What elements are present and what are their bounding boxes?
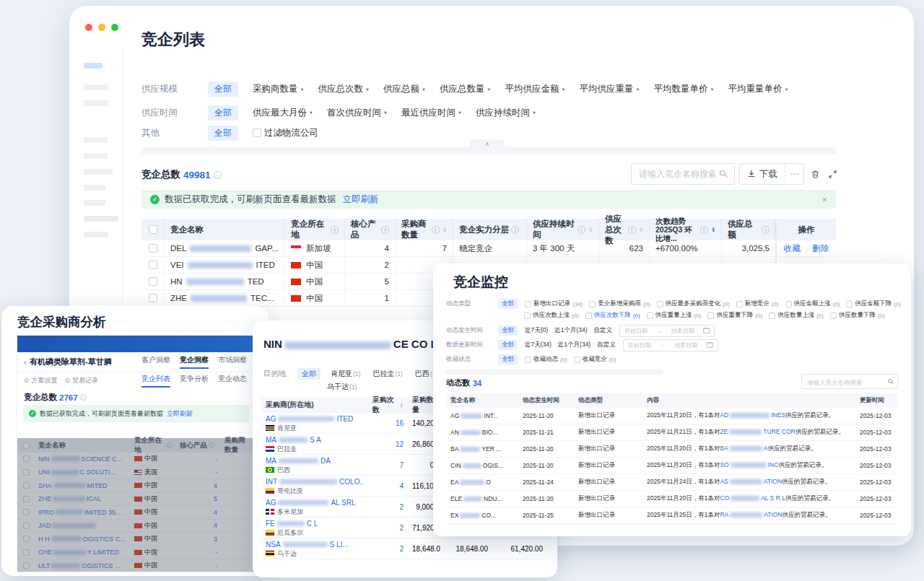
row-checkbox[interactable] — [149, 277, 157, 286]
row-checkbox[interactable] — [23, 549, 30, 556]
checkbox[interactable] — [524, 313, 531, 319]
type-checkbox-item[interactable]: 供应数量上涨(0) — [769, 311, 824, 320]
date-range-input[interactable]: 开始日期 → 结束日期 — [619, 325, 715, 337]
analysis-tab[interactable]: 竞企洞察 — [180, 355, 209, 369]
time-option[interactable]: 自定义 — [593, 326, 612, 335]
checkbox[interactable] — [574, 357, 580, 363]
type-checkbox-item[interactable]: 供应重量下降(0) — [707, 311, 762, 320]
competitor-name-link[interactable]: EXCO... — [446, 512, 518, 519]
type-checkbox-item[interactable]: 新增出口记录(34) — [525, 300, 583, 308]
filter-dropdown[interactable]: 供应最大月份▾ — [253, 107, 313, 119]
competitor-name-link[interactable]: VEIITED — [165, 257, 285, 273]
purchaser-name-link[interactable]: FEC L — [266, 519, 364, 528]
core-products-link[interactable]: 4 — [176, 520, 221, 533]
select-all-checkbox[interactable] — [149, 225, 157, 234]
filter-all-chip[interactable]: 全部 — [208, 82, 238, 97]
filter-dropdown[interactable]: 采购商数量▾ — [253, 83, 304, 95]
purchaser-name-link[interactable]: MAS A — [266, 435, 364, 445]
filter-dropdown[interactable]: 最近供应时间▾ — [401, 107, 461, 119]
core-products-link[interactable]: 5 — [176, 493, 221, 506]
competitor-name-link[interactable]: BAYER ... — [446, 445, 518, 453]
refresh-now-link[interactable]: 立即刷新 — [167, 409, 193, 419]
purchase-times-link[interactable]: 12 — [368, 440, 408, 448]
column-tier[interactable]: 竞企实力分层 — [459, 224, 509, 235]
competitor-name-link[interactable]: CINOGIS... — [446, 462, 518, 469]
column-name[interactable]: 竞企名称 — [170, 224, 204, 235]
type-checkbox-item[interactable]: 供应次数下降(0) — [585, 311, 640, 320]
checkbox[interactable] — [830, 313, 837, 319]
type-checkbox-item[interactable]: 供应次数上涨(0) — [524, 311, 579, 320]
core-products-link[interactable]: 4 — [345, 240, 396, 256]
sidebar-item[interactable] — [84, 200, 105, 206]
core-products-link[interactable]: 4 — [176, 506, 221, 519]
time-option[interactable]: 近7天(34) — [525, 341, 552, 349]
sort-icon[interactable]: ▲▼ — [640, 227, 643, 232]
collapse-toggle[interactable]: ∧ — [470, 139, 505, 148]
sidebar-item[interactable] — [84, 232, 108, 237]
column-times[interactable]: 采购次数▲▼ — [368, 397, 408, 413]
filter-all-chip[interactable]: 全部 — [498, 299, 518, 309]
column-amount[interactable]: 供应总额 — [728, 219, 759, 240]
filter-all-chip[interactable]: 全部 — [498, 340, 518, 350]
purchaser-name-link[interactable]: INTCOLO... — [266, 477, 364, 486]
type-checkbox-item[interactable]: 供应重量上涨(0) — [647, 311, 702, 320]
row-checkbox[interactable] — [23, 509, 30, 515]
filter-logistics-checkbox[interactable] — [253, 128, 261, 137]
filter-dropdown[interactable]: 首次供应时间▾ — [327, 107, 387, 119]
back-icon[interactable]: ‹ — [24, 357, 27, 367]
destination-option[interactable]: 乌干达(1) — [327, 382, 357, 392]
filter-dropdown[interactable]: 供应总额▾ — [383, 83, 425, 95]
refresh-now-link[interactable]: 立即刷新 — [343, 193, 379, 206]
checkbox[interactable] — [589, 301, 596, 307]
purchaser-name-link[interactable]: AGAL SRL — [266, 498, 364, 507]
sidebar-item-active[interactable] — [84, 63, 103, 69]
row-checkbox[interactable] — [23, 523, 30, 529]
filter-dropdown[interactable]: 供应总次数▾ — [318, 83, 370, 95]
checkbox[interactable] — [647, 313, 653, 319]
core-products-link[interactable]: 1 — [345, 290, 396, 306]
core-products-link[interactable]: 4 — [176, 479, 221, 492]
filter-all-chip[interactable]: 全部 — [208, 126, 238, 141]
type-checkbox-item[interactable]: 供应数量下降(0) — [830, 311, 885, 320]
column-trend-line1[interactable]: 次数趋势 — [655, 217, 698, 225]
column-place[interactable]: 竞企所在地 — [291, 219, 328, 240]
analysis-subtab[interactable]: 竞争分析 — [180, 374, 209, 388]
purchaser-name-link[interactable]: MADA — [266, 456, 364, 466]
search-icon[interactable] — [888, 379, 892, 383]
sidebar-item[interactable] — [84, 185, 105, 191]
competitor-name-link[interactable]: ANBIO... — [446, 429, 518, 436]
checkbox[interactable] — [585, 313, 592, 319]
checkbox[interactable] — [657, 301, 663, 307]
destination-option[interactable]: 巴拉圭(1) — [372, 369, 402, 379]
toolbar-item[interactable]: ⊙贸易记录 — [65, 376, 99, 385]
time-option[interactable]: 近7天(0) — [525, 326, 548, 335]
competitor-name-link[interactable]: EAO — [446, 479, 518, 486]
purchase-times-link[interactable]: 2 — [368, 503, 408, 511]
time-option[interactable]: 近1个月(34) — [554, 326, 587, 335]
date-range-input[interactable]: 开始日期 → 结束日期 — [623, 339, 718, 351]
competitor-name-link[interactable]: AGINT... — [446, 412, 518, 419]
filter-dropdown[interactable]: 平均供应重量▾ — [580, 83, 640, 95]
sidebar-item[interactable] — [84, 153, 108, 159]
filter-dropdown[interactable]: 平均数量单价▾ — [654, 83, 714, 95]
competitor-name-link[interactable]: SHAMITED — [35, 479, 131, 492]
core-products-link[interactable]: 2 — [345, 257, 396, 273]
checkbox[interactable] — [846, 301, 853, 307]
purchase-times-link[interactable]: 2 — [368, 545, 408, 553]
toolbar-item[interactable]: ⊙方案设置 — [24, 376, 58, 385]
sidebar-item[interactable] — [84, 216, 118, 222]
filter-all-chip[interactable]: 全部 — [498, 326, 518, 336]
row-checkbox[interactable] — [23, 536, 30, 542]
favorite-checkbox-item[interactable]: 收藏动态(0) — [525, 355, 567, 364]
type-checkbox-item[interactable]: 新增竞企(0) — [736, 300, 779, 308]
filter-dropdown[interactable]: 供应持续时间▾ — [476, 107, 536, 119]
competitor-name-link[interactable]: ELENDU... — [446, 495, 518, 502]
competitor-name-link[interactable]: H HOGISTICS C... — [35, 533, 131, 546]
core-products-link[interactable]: 3 — [176, 533, 221, 546]
competitor-name-link[interactable]: ZHEICAL — [35, 493, 131, 506]
core-products-link[interactable]: 5 — [345, 274, 396, 289]
sort-icon[interactable]: ▲▼ — [589, 227, 593, 232]
sidebar-item[interactable] — [84, 100, 108, 106]
minimize-window-icon[interactable] — [98, 24, 105, 31]
analysis-tab[interactable]: 客户洞察 — [141, 355, 170, 369]
